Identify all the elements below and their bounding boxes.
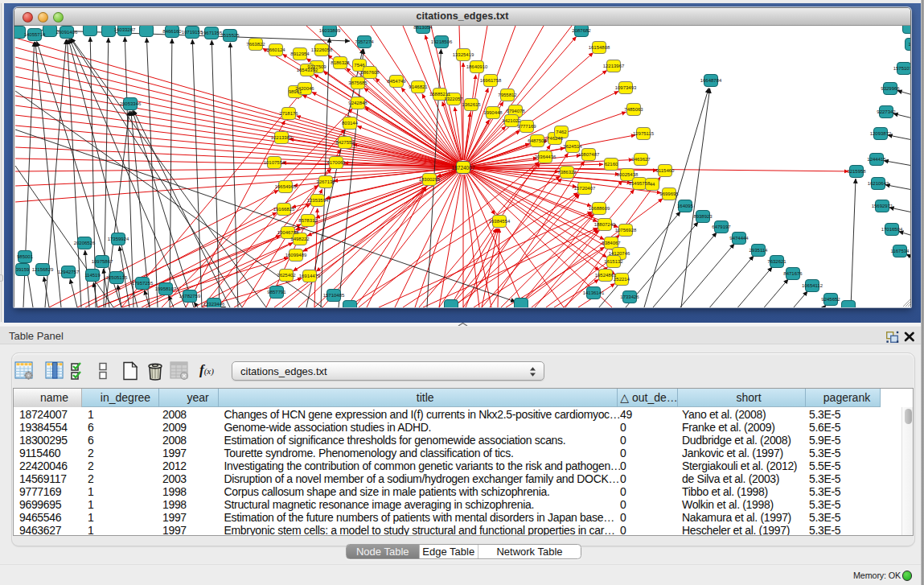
svg-text:252214: 252214 — [614, 277, 630, 282]
svg-text:8912954: 8912954 — [290, 51, 310, 56]
svg-text:111: 111 — [908, 42, 910, 47]
svg-text:18640910: 18640910 — [466, 64, 488, 69]
svg-text:2867608: 2867608 — [360, 70, 380, 75]
svg-text:8938923: 8938923 — [693, 214, 713, 219]
svg-text:14120746: 14120746 — [609, 251, 630, 256]
svg-text:20091406: 20091406 — [56, 30, 78, 35]
svg-text:7625402: 7625402 — [277, 273, 296, 278]
svg-text:6794078: 6794078 — [506, 109, 525, 113]
svg-text:7386322: 7386322 — [557, 170, 577, 175]
svg-text:3215958: 3215958 — [847, 169, 866, 174]
svg-text:12213389: 12213389 — [271, 135, 293, 140]
svg-text:2420046: 2420046 — [295, 86, 314, 91]
svg-text:9146821: 9146821 — [409, 84, 428, 89]
svg-text:1733426: 1733426 — [620, 295, 639, 299]
svg-text:10975867: 10975867 — [92, 259, 113, 264]
svg-text:1244415: 1244415 — [867, 157, 886, 162]
svg-text:4170061: 4170061 — [326, 160, 346, 165]
svg-text:18807249: 18807249 — [594, 222, 616, 227]
svg-text:7485063: 7485063 — [624, 107, 643, 112]
svg-text:12213967: 12213967 — [603, 64, 625, 68]
svg-text:15751074: 15751074 — [893, 66, 910, 71]
svg-text:19654965: 19654965 — [275, 184, 297, 189]
svg-text:12975115: 12975115 — [633, 131, 655, 136]
svg-text:10688609: 10688609 — [589, 206, 610, 211]
svg-text:39159: 39159 — [16, 267, 30, 272]
svg-text:8454749: 8454749 — [387, 79, 406, 84]
svg-text:16961758: 16961758 — [480, 78, 502, 83]
svg-text:7462: 7462 — [556, 130, 567, 134]
svg-text:16914479: 16914479 — [299, 274, 321, 278]
svg-text:8578312: 8578312 — [298, 218, 318, 223]
svg-text:14136141: 14136141 — [583, 290, 605, 295]
svg-text:19671355: 19671355 — [201, 31, 223, 35]
svg-text:8427552: 8427552 — [335, 140, 355, 145]
svg-text:62160: 62160 — [605, 162, 618, 167]
svg-text:114519: 114519 — [84, 273, 101, 278]
svg-text:12323446: 12323446 — [203, 302, 225, 307]
svg-text:15495758: 15495758 — [629, 181, 651, 186]
svg-text:9227342: 9227342 — [877, 109, 896, 114]
svg-text:9115460: 9115460 — [656, 168, 676, 173]
svg-text:15692971: 15692971 — [872, 204, 893, 208]
svg-text:2718176: 2718176 — [279, 111, 298, 116]
svg-text:12093872: 12093872 — [870, 131, 892, 136]
svg-text:14055714: 14055714 — [24, 32, 46, 37]
svg-text:1421022: 1421022 — [502, 118, 521, 123]
svg-text:20364436: 20364436 — [535, 154, 556, 159]
svg-text:2935114: 2935114 — [749, 248, 769, 253]
svg-text:9245652: 9245652 — [821, 297, 840, 302]
svg-text:20053346: 20053346 — [120, 101, 142, 106]
svg-text:2087682: 2087682 — [572, 28, 591, 33]
svg-text:803144: 803144 — [342, 121, 359, 126]
svg-text:19958107: 19958107 — [155, 286, 177, 291]
svg-text:10025438: 10025438 — [617, 172, 639, 177]
svg-text:17016504: 17016504 — [881, 227, 903, 232]
svg-text:16782759: 16782759 — [179, 294, 201, 299]
svg-text:16543392: 16543392 — [297, 68, 318, 72]
svg-text:7515525: 7515525 — [220, 33, 240, 38]
svg-text:746246: 746246 — [547, 136, 564, 141]
svg-text:10654112: 10654112 — [802, 283, 823, 288]
svg-text:16648784: 16648784 — [700, 78, 722, 83]
svg-text:20206526: 20206526 — [74, 241, 96, 245]
svg-text:16033809: 16033809 — [319, 28, 341, 33]
svg-text:19384554: 19384554 — [489, 219, 511, 224]
svg-text:1990448: 1990448 — [483, 110, 503, 115]
svg-text:10046788: 10046788 — [277, 230, 299, 235]
svg-text:9242848: 9242848 — [348, 101, 368, 105]
svg-text:17359924: 17359924 — [108, 237, 129, 241]
svg-text:1498222: 1498222 — [290, 237, 310, 241]
svg-text:7955812: 7955812 — [498, 93, 517, 97]
svg-text:3875685: 3875685 — [348, 80, 368, 85]
svg-text:9329966: 9329966 — [881, 86, 900, 91]
svg-text:6479197: 6479197 — [712, 225, 731, 229]
svg-text:7357274: 7357274 — [355, 39, 374, 44]
svg-text:985001: 985001 — [17, 254, 34, 259]
svg-text:8186328: 8186328 — [331, 60, 350, 65]
svg-text:10756928: 10756928 — [615, 228, 637, 233]
svg-text:44: 44 — [650, 182, 655, 187]
svg-text:10807487: 10807487 — [578, 152, 600, 157]
svg-text:6487508: 6487508 — [528, 138, 547, 143]
svg-text:18724007: 18724007 — [452, 165, 475, 171]
svg-text:13226058: 13226058 — [311, 47, 333, 52]
svg-text:16154808: 16154808 — [589, 45, 610, 50]
svg-text:12505135: 12505135 — [106, 275, 128, 280]
svg-text:12156829: 12156829 — [32, 267, 54, 272]
svg-text:9474444: 9474444 — [729, 236, 749, 241]
svg-text:19218506: 19218506 — [431, 39, 453, 44]
svg-text:1167534: 1167534 — [891, 249, 910, 253]
svg-text:12353594: 12353594 — [307, 198, 329, 203]
svg-text:8471676: 8471676 — [783, 271, 803, 276]
svg-text:1615132: 1615132 — [604, 259, 623, 264]
svg-text:16210643: 16210643 — [868, 181, 889, 186]
svg-text:10973493: 10973493 — [615, 85, 637, 90]
svg-text:12942757: 12942757 — [58, 270, 80, 274]
svg-text:10107554: 10107554 — [264, 160, 285, 165]
svg-text:9463627: 9463627 — [631, 157, 651, 162]
svg-text:15720407: 15720407 — [574, 186, 596, 191]
svg-text:19166825: 19166825 — [273, 207, 295, 212]
svg-text:16033287: 16033287 — [114, 27, 136, 32]
svg-text:1362615: 1362615 — [462, 102, 481, 107]
